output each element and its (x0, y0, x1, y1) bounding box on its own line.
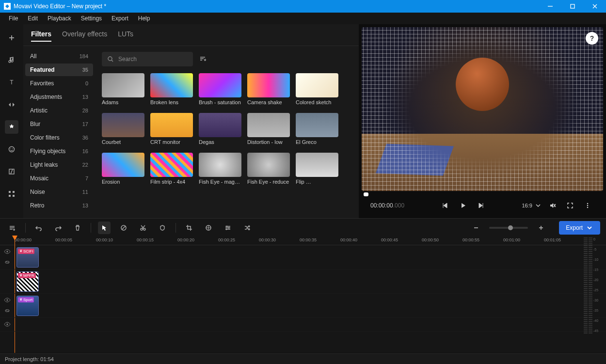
filter-item[interactable]: Erosion (102, 153, 144, 185)
audio-icon[interactable] (5, 53, 18, 67)
svg-point-34 (7, 299, 8, 301)
crop-tool[interactable] (183, 222, 195, 234)
redo-button[interactable] (52, 222, 64, 234)
cat-lightleaks[interactable]: Light leaks22 (25, 158, 93, 171)
fullscreen-button[interactable] (563, 199, 577, 212)
meter-label: -20 (593, 278, 598, 282)
meter-label: -35 (593, 309, 598, 312)
next-frame-button[interactable] (474, 199, 487, 212)
ruler-tick: 00:00:05 (55, 237, 72, 242)
filter-item[interactable]: Degas (199, 113, 241, 145)
menu-help[interactable]: Help (133, 14, 155, 23)
effects-icon[interactable] (5, 120, 18, 134)
cat-blur[interactable]: Blur17 (25, 118, 93, 130)
ruler-tick: 00:01:00 (503, 237, 520, 242)
prev-frame-button[interactable] (439, 199, 452, 212)
mask-tool[interactable] (156, 222, 169, 234)
filter-item[interactable]: Distortion - low (247, 113, 290, 145)
cat-retro[interactable]: Retro13 (25, 199, 93, 212)
cat-featured[interactable]: Featured35 (25, 63, 93, 76)
text-icon[interactable]: T (5, 76, 18, 89)
meter-label: -40 (593, 319, 598, 322)
tab-filters[interactable]: Filters (31, 30, 51, 42)
help-button[interactable]: ? (586, 32, 598, 45)
cat-flyingobjects[interactable]: Flying objects16 (25, 145, 93, 158)
menu-file[interactable]: File (4, 14, 23, 23)
select-tool[interactable] (98, 222, 111, 234)
zoom-out-button[interactable] (470, 222, 482, 234)
menu-playback[interactable]: Playback (43, 14, 76, 23)
tab-luts[interactable]: LUTs (118, 30, 133, 42)
export-button[interactable]: Export (559, 221, 600, 235)
minimize-button[interactable] (539, 0, 561, 13)
more-icon[interactable] (5, 187, 18, 201)
delete-button[interactable] (71, 222, 84, 234)
ruler-tick: 00:00:50 (422, 237, 439, 242)
track-visibility-icon[interactable] (3, 248, 11, 256)
cat-noise[interactable]: Noise11 (25, 186, 93, 198)
filter-item[interactable]: Fish Eye - reduce (247, 153, 290, 185)
ruler-tick: 00:01:05 (544, 237, 561, 242)
zoom-in-button[interactable] (535, 222, 547, 234)
undo-button[interactable] (32, 222, 45, 234)
add-track-button[interactable] (6, 222, 18, 234)
timeline-clip[interactable]: ♛MPFR (16, 271, 39, 292)
filter-item[interactable]: CRT monitor (150, 113, 193, 145)
filter-item[interactable]: Fish Eye - magnify (199, 153, 241, 185)
play-button[interactable] (456, 199, 470, 212)
cat-colorfilters[interactable]: Color filters36 (25, 131, 93, 144)
mute-button[interactable] (546, 199, 559, 212)
meter-label: -45 (593, 329, 598, 332)
svg-point-27 (226, 225, 228, 227)
disable-tool[interactable] (117, 222, 130, 234)
preview-canvas[interactable]: ? (362, 27, 603, 191)
elements-icon[interactable] (5, 165, 18, 178)
cut-tool[interactable] (137, 222, 149, 234)
ruler-tick: 00:00:35 (300, 237, 317, 242)
timeline-clip[interactable]: ♛Sport (16, 296, 39, 316)
track-link-icon[interactable] (3, 307, 11, 316)
menu-export[interactable]: Export (107, 14, 133, 23)
menu-edit[interactable]: Edit (23, 14, 43, 23)
ruler-tick: 00:00:10 (96, 237, 113, 242)
filter-item[interactable]: El Greco (296, 113, 338, 145)
cat-adjustments[interactable]: Adjustments13 (25, 91, 93, 103)
cat-favorites[interactable]: Favorites0 (25, 77, 93, 90)
timeline-clip[interactable]: ♛SCIFI (16, 247, 39, 268)
filter-item[interactable]: Camera shake (247, 73, 290, 105)
sort-button[interactable] (199, 55, 207, 64)
filter-item[interactable]: Brush - saturation (199, 73, 241, 105)
scrubber[interactable] (362, 193, 603, 196)
cat-mosaic[interactable]: Mosaic7 (25, 172, 93, 185)
svg-line-16 (112, 60, 113, 62)
aspect-ratio-select[interactable]: 16:9 (522, 202, 542, 209)
filter-item[interactable]: Courbet (102, 113, 144, 145)
track-visibility-icon[interactable] (3, 320, 11, 329)
timeline-ruler[interactable]: 00:00:0000:00:0500:00:1000:00:1500:00:20… (0, 237, 606, 245)
close-button[interactable] (584, 0, 606, 13)
tab-overlay[interactable]: Overlay effects (62, 30, 107, 42)
add-media-button[interactable] (5, 31, 18, 45)
ruler-tick: 00:00:40 (340, 237, 357, 242)
color-tool[interactable] (202, 222, 215, 234)
filter-item[interactable]: Adams (102, 73, 144, 105)
maximize-button[interactable] (561, 0, 584, 13)
filter-item[interactable]: Broken lens (150, 73, 193, 105)
search-input[interactable]: Search (102, 52, 193, 66)
cat-all[interactable]: All184 (25, 50, 93, 63)
transitions-icon[interactable] (5, 98, 18, 111)
stickers-icon[interactable] (5, 142, 18, 156)
cat-artistic[interactable]: Artistic28 (25, 104, 93, 117)
tool-rail: T (0, 24, 23, 218)
filter-item[interactable]: Colored sketch (296, 73, 338, 105)
track-link-icon[interactable] (3, 258, 11, 267)
ruler-tick: 00:00:30 (259, 237, 276, 242)
track-visibility-icon[interactable] (3, 296, 11, 305)
more-options-button[interactable] (581, 199, 594, 212)
filter-item[interactable]: Flip … (296, 153, 338, 185)
filter-item[interactable]: Film strip - 4x4 (150, 153, 193, 185)
adjust-tool[interactable] (222, 222, 234, 234)
zoom-slider[interactable] (489, 227, 528, 229)
menu-settings[interactable]: Settings (76, 14, 107, 23)
random-tool[interactable] (241, 222, 254, 234)
